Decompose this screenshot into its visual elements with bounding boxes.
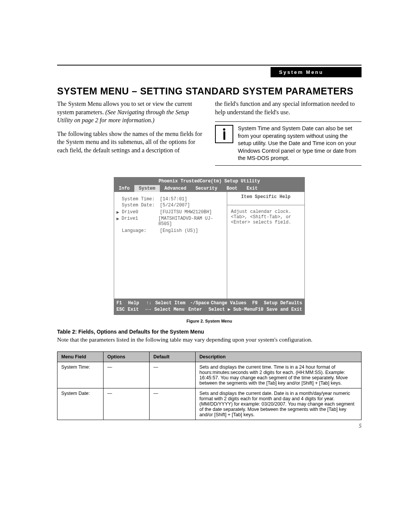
bios-row-label: Drive1 [122, 216, 159, 227]
info-callout: System Time and System Date can also be … [215, 121, 362, 166]
cell-options: — [104, 362, 150, 388]
submenu-triangle-icon: ▶ [116, 209, 122, 215]
bios-row-value: [English (US)] [160, 228, 198, 233]
bios-row-label: Language: [122, 228, 160, 233]
bios-row-label: System Time: [122, 197, 160, 202]
right-column: the field's function and any special inf… [215, 100, 362, 166]
bios-help-line: <Enter> selects field. [231, 220, 301, 225]
bios-menu-exit: Exit [242, 185, 262, 192]
th-options: Options [104, 351, 150, 362]
bios-help-pane: Item Specific Help Adjust calendar clock… [227, 192, 304, 299]
bios-footer-action: Change Values [211, 300, 252, 307]
fields-table: Menu Field Options Default Description S… [57, 351, 362, 420]
page-title: SYSTEM MENU – SETTING STANDARD SYSTEM PA… [57, 86, 362, 97]
bios-row-value: [FUJITSU MHW2120BH] [160, 209, 212, 215]
info-icon [215, 125, 233, 143]
bios-body: System Time:[14:57:01] System Date:[5/24… [114, 192, 304, 299]
info-callout-text: System Time and System Date can also be … [238, 125, 362, 162]
bios-footer-key: F10 [255, 307, 267, 313]
bios-footer-label: Help [128, 300, 147, 307]
cell-default: — [150, 388, 196, 420]
bios-footer-label: Exit [128, 307, 145, 313]
right-col-p1: the field's function and any special inf… [215, 100, 362, 116]
leftright-arrows-icon: ←→ [145, 307, 154, 313]
table-row: System Date: — — Sets and displays the c… [57, 388, 362, 420]
bios-footer: F1 Help ↑↓ Select Item -/Space Change Va… [114, 299, 304, 315]
bios-menu-advanced: Advanced [160, 185, 191, 192]
table-title: Table 2: Fields, Options and Defaults fo… [57, 329, 362, 335]
intro-columns: The System Menu allows you to set or vie… [57, 100, 362, 166]
bios-row-value: [5/24/2007] [160, 203, 190, 208]
page-number: 5 [57, 423, 362, 429]
header-tab: System Menu [271, 67, 362, 77]
bios-title: Phoenix TrustedCore(tm) Setup Utility [114, 177, 304, 185]
left-column: The System Menu allows you to set or vie… [57, 100, 204, 166]
table-note: Note that the parameters listed in the f… [57, 336, 362, 343]
cell-menu: System Date: [57, 388, 104, 420]
bios-row-label: Drive0 [122, 209, 160, 215]
bios-footer-key: F1 [116, 300, 128, 307]
bios-screenshot: Phoenix TrustedCore(tm) Setup Utility In… [114, 177, 305, 315]
bios-footer-action: Select Menu [154, 307, 188, 313]
bios-footer-action: Save and Exit [266, 307, 302, 313]
bios-row-value: [MATSHITADVD-RAM UJ-850S] [158, 216, 225, 227]
bios-row-tri [116, 203, 122, 208]
bios-menu-boot: Boot [222, 185, 242, 192]
bios-row-label: System Date: [122, 203, 160, 208]
cell-options: — [104, 388, 150, 420]
cell-desc: Sets and displays the current date. Date… [196, 388, 362, 420]
updown-arrows-icon: ↑↓ [146, 300, 155, 307]
cell-menu: System Time: [57, 362, 104, 388]
bios-help-line: <Tab>, <Shift-Tab>, or [231, 214, 301, 220]
bios-row-value: [14:57:01] [160, 197, 187, 202]
bios-help-title: Item Specific Help [227, 192, 304, 205]
bios-menubar: Info System Advanced Security Boot Exit [114, 185, 304, 192]
bios-menu-info: Info [114, 185, 134, 192]
th-default: Default [150, 351, 196, 362]
th-description: Description [196, 351, 362, 362]
bios-footer-key: -/Space [190, 300, 211, 307]
bios-help-line: Adjust calendar clock. [231, 209, 301, 214]
cell-default: — [150, 362, 196, 388]
header-tab-row: System Menu [57, 67, 362, 77]
bios-footer-key: F9 [252, 300, 264, 307]
bios-footer-action: Select ▶ Sub-Menu [209, 307, 255, 313]
left-col-p1: The System Menu allows you to set or vie… [57, 100, 204, 125]
bios-footer-key: Enter [188, 307, 209, 313]
figure-caption: Figure 2. System Menu [57, 319, 362, 323]
header-rule [57, 65, 362, 66]
bios-left-pane: System Time:[14:57:01] System Date:[5/24… [114, 192, 227, 299]
table-row: System Time: — — Sets and displays the c… [57, 362, 362, 388]
document-page: System Menu SYSTEM MENU – SETTING STANDA… [0, 0, 411, 532]
cell-desc: Sets and displays the current time. Time… [196, 362, 362, 388]
th-menu-field: Menu Field [57, 351, 104, 362]
bios-menu-security: Security [191, 185, 222, 192]
submenu-triangle-icon: ▶ [116, 216, 122, 227]
bios-row-tri [116, 197, 122, 202]
left-col-p2: The following tables show the names of t… [57, 130, 204, 155]
bios-footer-action: Setup Defaults [264, 300, 302, 307]
bios-row-tri [116, 228, 122, 233]
bios-footer-key: ESC [116, 307, 128, 313]
bios-menu-system: System [134, 185, 160, 192]
bios-footer-action: Select Item [155, 300, 190, 307]
